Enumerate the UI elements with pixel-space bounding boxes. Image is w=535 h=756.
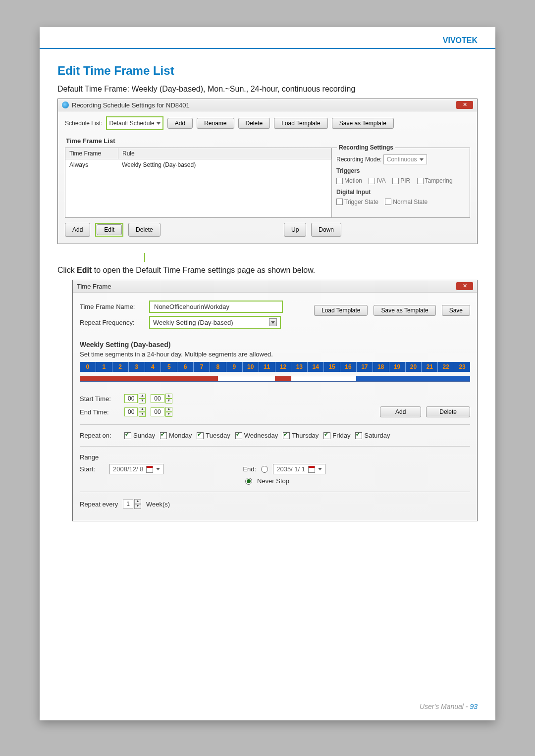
day-checkbox[interactable]: Friday <box>323 432 350 439</box>
move-down-button[interactable]: Down <box>311 223 341 237</box>
dialog2-titlebar: Time Frame ✕ <box>73 280 477 293</box>
load-template-button[interactable]: Load Template <box>274 118 328 129</box>
load-template-button[interactable]: Load Template <box>314 305 368 316</box>
schedule-list-select[interactable]: Default Schedule <box>106 116 163 130</box>
spin-up-icon[interactable]: ▲ <box>139 394 146 399</box>
hour-cell: 18 <box>373 362 389 372</box>
time-frame-buttons: Add Edit Delete Up Down <box>65 223 470 237</box>
repeat-frequency-value: Weekly Setting (Day-based) <box>153 319 233 326</box>
time-frame-dialog: Time Frame ✕ Time Frame Name: NoneOffice… <box>72 280 478 521</box>
spin-up-icon[interactable]: ▲ <box>134 499 141 504</box>
mid-pre: Click <box>57 266 77 274</box>
time-frame-list: Time Frame Rule Always Weekly Setting (D… <box>65 148 470 218</box>
timeline-segments[interactable] <box>80 376 470 382</box>
start-time-label: Start Time: <box>80 395 119 403</box>
col-time-frame: Time Frame <box>65 148 118 159</box>
di-normal-state[interactable]: Normal State <box>385 199 428 205</box>
spin-up-icon[interactable]: ▲ <box>139 407 146 412</box>
chevron-down-icon <box>156 468 160 470</box>
range-start-date[interactable]: 2008/12/ 8 <box>109 464 163 474</box>
repeat-on-row: Repeat on: SundayMondayTuesdayWednesdayT… <box>80 432 470 439</box>
end-min-stepper[interactable]: 00 ▲▼ <box>151 407 172 417</box>
table-row[interactable]: Always Weekly Setting (Day-based) <box>65 159 331 170</box>
delete-segment-button[interactable]: Delete <box>426 406 470 417</box>
rename-schedule-button[interactable]: Rename <box>197 118 234 129</box>
hour-cell: 1 <box>96 362 112 372</box>
repeat-frequency-select[interactable]: Weekly Setting (Day-based) <box>149 316 281 329</box>
recording-mode-row: Recording Mode: Continuous <box>336 154 465 164</box>
save-as-template-button[interactable]: Save as Template <box>374 305 435 316</box>
hour-cell: 15 <box>324 362 340 372</box>
spin-down-icon[interactable]: ▼ <box>139 399 146 403</box>
hour-cell: 4 <box>145 362 161 372</box>
day-checkbox[interactable]: Monday <box>160 432 192 439</box>
save-as-template-button[interactable]: Save as Template <box>332 118 394 129</box>
trigger-tampering[interactable]: Tampering <box>417 177 453 184</box>
add-schedule-button[interactable]: Add <box>167 118 193 129</box>
add-segment-button[interactable]: Add <box>380 406 421 417</box>
day-checkbox[interactable]: Tuesday <box>197 432 230 439</box>
page-footer: User's Manual - 93 <box>420 703 478 710</box>
schedule-list-row: Schedule List: Default Schedule Add Rena… <box>65 116 470 130</box>
dialog-title-text: Recording Schedule Settings for ND8401 <box>72 101 190 109</box>
brand-header: VIVOTEK <box>40 27 495 49</box>
hour-cell: 22 <box>438 362 454 372</box>
close-icon[interactable]: ✕ <box>456 101 473 109</box>
recording-mode-select[interactable]: Continuous <box>383 154 428 164</box>
spin-down-icon[interactable]: ▼ <box>134 504 141 509</box>
spin-down-icon[interactable]: ▼ <box>165 412 172 417</box>
time-frame-name-input[interactable]: NoneOfficehourinWorkday <box>149 301 283 313</box>
spin-down-icon[interactable]: ▼ <box>139 412 146 417</box>
delete-time-frame-button[interactable]: Delete <box>128 223 160 237</box>
add-time-frame-button[interactable]: Add <box>65 223 90 237</box>
repeat-every-stepper[interactable]: 1 ▲▼ <box>123 499 141 509</box>
day-checkbox[interactable]: Sunday <box>124 432 155 439</box>
start-hour-stepper[interactable]: 00 ▲▼ <box>124 394 146 403</box>
divider <box>80 492 470 492</box>
segment-active-1 <box>80 376 218 381</box>
never-stop-row: Never Stop <box>245 477 470 485</box>
hour-cell: 6 <box>177 362 194 372</box>
day-checkbox[interactable]: Saturday <box>355 432 390 439</box>
spin-up-icon[interactable]: ▲ <box>165 394 172 399</box>
time-frame-table: Time Frame Rule Always Weekly Setting (D… <box>65 148 332 218</box>
spin-up-icon[interactable]: ▲ <box>165 407 172 412</box>
start-time-row: Start Time: 00 ▲▼ 00 ▲▼ <box>80 394 470 403</box>
trigger-pir[interactable]: PIR <box>392 177 410 184</box>
di-trigger-state[interactable]: Trigger State <box>336 199 378 205</box>
time-frame-list-label: Time Frame List <box>66 137 470 145</box>
end-hour-stepper[interactable]: 00 ▲▼ <box>124 407 146 417</box>
range-end-date[interactable]: 2035/ 1/ 1 <box>273 464 325 474</box>
trigger-iva[interactable]: IVA <box>369 177 385 184</box>
hour-cell: 14 <box>308 362 324 372</box>
dialog2-body: Time Frame Name: NoneOfficehourinWorkday… <box>73 293 477 521</box>
recording-settings-title: Recording Settings <box>337 144 395 151</box>
edit-time-frame-button[interactable]: Edit <box>97 224 122 235</box>
recording-settings-panel: Recording Settings Recording Mode: Conti… <box>331 148 470 218</box>
day-checkbox[interactable]: Wednesday <box>235 432 278 439</box>
dialog1-body: Schedule List: Default Schedule Add Rena… <box>58 111 477 244</box>
save-button[interactable]: Save <box>442 305 470 316</box>
never-stop-radio[interactable] <box>245 478 252 485</box>
spin-down-icon[interactable]: ▼ <box>165 399 172 403</box>
close-icon[interactable]: ✕ <box>456 282 473 290</box>
hour-cell: 10 <box>243 362 259 372</box>
delete-schedule-button[interactable]: Delete <box>238 118 270 129</box>
hour-cell: 3 <box>129 362 145 372</box>
cell-time-frame: Always <box>65 159 118 170</box>
footer-page: 93 <box>470 703 478 710</box>
end-date-radio[interactable] <box>261 466 268 473</box>
footer-text: User's Manual - <box>420 703 470 710</box>
never-stop-label: Never Stop <box>257 477 289 485</box>
content: Edit Time Frame List Default Time Frame:… <box>40 49 495 560</box>
calendar-icon <box>146 466 153 473</box>
table-header: Time Frame Rule <box>65 148 331 159</box>
trigger-motion[interactable]: Motion <box>336 177 362 184</box>
day-checkbox[interactable]: Thursday <box>283 432 319 439</box>
edit-highlight: Edit <box>95 223 123 237</box>
hour-cell: 23 <box>454 362 470 372</box>
mid-bold: Edit <box>77 266 92 274</box>
start-min-stepper[interactable]: 00 ▲▼ <box>151 394 172 403</box>
digital-input-row: Trigger State Normal State <box>336 199 465 207</box>
move-up-button[interactable]: Up <box>284 223 306 237</box>
